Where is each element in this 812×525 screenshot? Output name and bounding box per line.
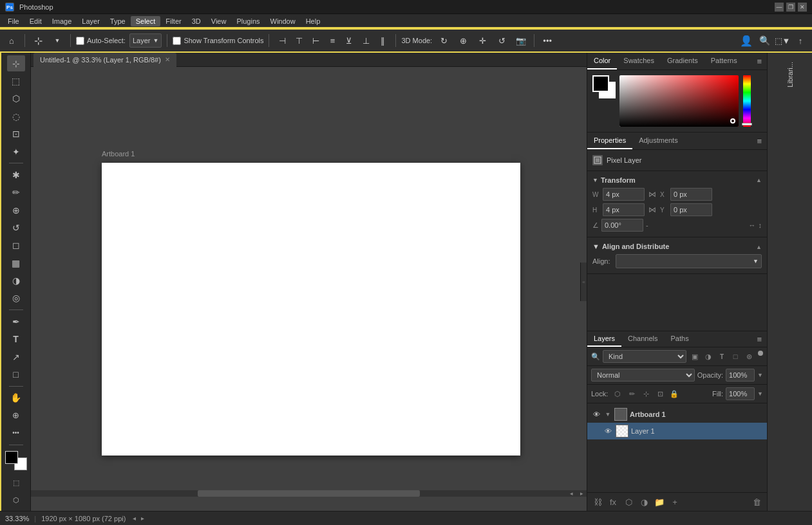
more-options-btn[interactable]: ••• bbox=[540, 33, 555, 48]
horizontal-scrollbar[interactable] bbox=[31, 490, 587, 497]
eraser-tool[interactable]: ◻ bbox=[7, 237, 25, 253]
menu-type[interactable]: Type bbox=[105, 16, 131, 26]
blend-mode-select[interactable]: Normal bbox=[591, 369, 695, 382]
flip-v-btn[interactable]: ↕ bbox=[759, 221, 762, 229]
minimize-button[interactable]: — bbox=[775, 3, 784, 12]
doc-tab-close[interactable]: ✕ bbox=[165, 56, 170, 63]
tab-gradients[interactable]: Gradients bbox=[661, 53, 704, 69]
add-group-btn[interactable]: 📁 bbox=[653, 495, 666, 508]
filter-pixel-btn[interactable]: ▣ bbox=[689, 351, 701, 362]
filter-kind-select[interactable]: Kind bbox=[603, 350, 686, 363]
artboard-item[interactable]: 👁 ▼ ⬚ Artboard 1 bbox=[587, 406, 767, 423]
align-left-btn[interactable]: ⊣ bbox=[274, 33, 290, 48]
type-tool[interactable]: T bbox=[7, 331, 25, 347]
auto-select-input[interactable] bbox=[76, 37, 84, 45]
opacity-arrow[interactable]: ▼ bbox=[757, 372, 763, 378]
3d-pan-btn[interactable]: ⊕ bbox=[455, 33, 471, 48]
eyedropper-tool[interactable]: ✦ bbox=[7, 143, 25, 160]
tab-channels[interactable]: Channels bbox=[621, 331, 664, 347]
show-transform-checkbox[interactable]: Show Transform Controls bbox=[173, 37, 263, 45]
opacity-input[interactable] bbox=[726, 369, 755, 382]
home-button[interactable]: ⌂ bbox=[4, 33, 19, 48]
scrollbar-thumb[interactable] bbox=[198, 490, 420, 497]
canvas-scroll[interactable]: Artboard 1 bbox=[31, 60, 587, 511]
lock-position-btn[interactable]: ⊹ bbox=[640, 388, 652, 400]
prop-panel-menu-btn[interactable]: ≡ bbox=[751, 134, 767, 149]
lock-image-btn[interactable]: ✏ bbox=[626, 388, 637, 400]
align-center-v-btn[interactable]: ⊻ bbox=[341, 33, 357, 48]
flip-h-btn[interactable]: ↔ bbox=[749, 221, 756, 229]
angle-input[interactable] bbox=[601, 219, 643, 232]
quick-mask-btn[interactable]: ⬚ bbox=[7, 474, 25, 490]
workspace-btn[interactable]: ⬚▼ bbox=[775, 33, 790, 48]
align-extra-btn[interactable]: ‖ bbox=[375, 33, 390, 48]
tab-paths[interactable]: Paths bbox=[665, 331, 695, 347]
right-panel-collapse[interactable]: « bbox=[580, 262, 587, 301]
menu-layer[interactable]: Layer bbox=[77, 16, 105, 26]
crop-tool[interactable]: ⊡ bbox=[7, 126, 25, 142]
show-transform-input[interactable] bbox=[173, 37, 181, 45]
align-scroll-icon[interactable]: ▲ bbox=[756, 244, 762, 250]
tab-patterns[interactable]: Patterns bbox=[704, 53, 744, 69]
document-tab[interactable]: Untitled-1 @ 33.3% (Layer 1, RGB/8#) ✕ bbox=[33, 53, 176, 67]
tab-layers[interactable]: Layers bbox=[587, 331, 621, 347]
libraries-btn[interactable]: Librari... bbox=[784, 57, 797, 93]
maximize-button[interactable]: ❐ bbox=[786, 3, 795, 12]
gradient-tool[interactable]: ▦ bbox=[7, 255, 25, 271]
search-btn[interactable]: 🔍 bbox=[757, 33, 772, 48]
menu-window[interactable]: Window bbox=[265, 16, 301, 26]
filter-smart-btn[interactable]: ⊛ bbox=[743, 351, 755, 362]
menu-image[interactable]: Image bbox=[47, 16, 77, 26]
menu-file[interactable]: File bbox=[3, 16, 24, 26]
move-tool[interactable]: ⊹ bbox=[7, 55, 25, 71]
align-center-h-btn[interactable]: ⊤ bbox=[291, 33, 307, 48]
link-layers-btn[interactable]: ⛓ bbox=[591, 495, 604, 508]
hand-tool[interactable]: ✋ bbox=[7, 389, 25, 405]
filter-adjust-btn[interactable]: ◑ bbox=[703, 351, 714, 362]
brush-tool[interactable]: ✏ bbox=[7, 185, 25, 201]
filter-type-btn[interactable]: T bbox=[716, 351, 728, 362]
clone-stamp-tool[interactable]: ⊕ bbox=[7, 202, 25, 218]
angle-step-btn[interactable]: - bbox=[646, 221, 648, 229]
lock-all-btn[interactable]: 🔒 bbox=[668, 388, 680, 400]
layers-menu-btn[interactable]: ≡ bbox=[751, 332, 767, 347]
layer-1-item[interactable]: 👁 Layer 1 bbox=[587, 423, 767, 439]
tab-properties[interactable]: Properties bbox=[587, 133, 632, 149]
transform-scroll-up[interactable]: ▲ bbox=[756, 177, 762, 183]
fill-input[interactable] bbox=[726, 387, 755, 400]
align-header[interactable]: ▼ Align and Distribute ▲ bbox=[592, 243, 762, 250]
window-controls[interactable]: — ❐ ✕ bbox=[775, 3, 807, 12]
shape-tool[interactable]: □ bbox=[7, 366, 25, 382]
auto-select-checkbox[interactable]: Auto-Select: bbox=[76, 37, 126, 45]
marquee-tool[interactable]: ⬡ bbox=[7, 91, 25, 107]
zoom-tool[interactable]: ⊕ bbox=[7, 407, 25, 423]
foreground-color-swatch[interactable] bbox=[5, 451, 18, 464]
menu-filter[interactable]: Filter bbox=[160, 16, 186, 26]
transform-header[interactable]: ▼ Transform ▲ bbox=[592, 176, 762, 184]
layer-1-visibility[interactable]: 👁 bbox=[603, 426, 613, 436]
more-tools-btn[interactable]: ••• bbox=[7, 425, 25, 441]
fg-color-swatch[interactable] bbox=[592, 75, 609, 92]
filter-shape-btn[interactable]: □ bbox=[730, 351, 741, 362]
3d-roll-btn[interactable]: ↺ bbox=[494, 33, 509, 48]
color-spectrum[interactable] bbox=[619, 75, 739, 127]
spot-heal-tool[interactable]: ✱ bbox=[7, 167, 25, 183]
tab-color[interactable]: Color bbox=[587, 53, 617, 69]
hue-bar[interactable] bbox=[743, 75, 751, 127]
artboard-visibility[interactable]: 👁 bbox=[591, 409, 601, 419]
link-icon[interactable]: ⋈ bbox=[647, 189, 657, 199]
move-tool-btn[interactable]: ⊹ bbox=[30, 33, 46, 48]
lock-pixels-btn[interactable]: ⬡ bbox=[612, 388, 623, 400]
history-brush-tool[interactable]: ↺ bbox=[7, 219, 25, 235]
align-top-btn[interactable]: ≡ bbox=[325, 33, 340, 48]
pen-tool[interactable]: ✒ bbox=[7, 313, 25, 329]
menu-select[interactable]: Select bbox=[131, 16, 161, 26]
menu-plugins[interactable]: Plugins bbox=[231, 16, 265, 26]
menu-3d[interactable]: 3D bbox=[187, 16, 206, 26]
blur-tool[interactable]: ◑ bbox=[7, 272, 25, 288]
add-mask-btn[interactable]: ⬡ bbox=[622, 495, 635, 508]
color-panel-menu-btn[interactable]: ≡ bbox=[751, 54, 767, 69]
menu-edit[interactable]: Edit bbox=[24, 16, 47, 26]
layer-dropdown[interactable]: Layer ▼ bbox=[129, 33, 162, 48]
move-dropdown-btn[interactable]: ▼ bbox=[50, 33, 65, 48]
